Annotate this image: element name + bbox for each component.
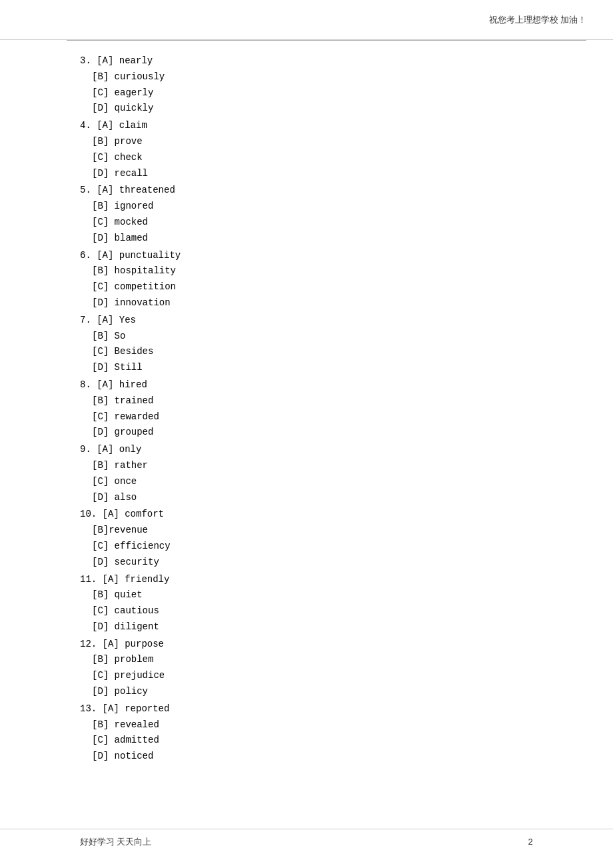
- option-line: [D] blamed: [80, 231, 560, 247]
- option-line: [C] efficiency: [80, 539, 560, 555]
- option-line: [C] eagerly: [80, 85, 560, 101]
- option-line: [B] problem: [80, 652, 560, 668]
- question-number-7: 7. [A] Yes: [80, 313, 560, 329]
- option-line: [C] competition: [80, 279, 560, 295]
- option-line: [B] hospitality: [80, 263, 560, 279]
- option-line: [B] rather: [80, 458, 560, 474]
- question-5: 5. [A] threatened[B] ignored[C] mocked[D…: [80, 183, 560, 246]
- option-line: [B] prove: [80, 134, 560, 150]
- header-text: 祝您考上理想学校 加油！: [489, 14, 586, 26]
- question-number-11: 11. [A] friendly: [80, 572, 560, 588]
- footer: 好好学习 天天向上 2: [0, 829, 613, 848]
- top-divider: [67, 40, 586, 41]
- footer-page-number: 2: [528, 837, 533, 847]
- option-line: [B] revealed: [80, 717, 560, 733]
- option-line: [B] curiously: [80, 69, 560, 85]
- question-12: 12. [A] purpose[B] problem[C] prejudice[…: [80, 637, 560, 700]
- question-7: 7. [A] Yes[B] So[C] Besides[D] Still: [80, 313, 560, 376]
- question-number-5: 5. [A] threatened: [80, 183, 560, 199]
- option-line: [D] noticed: [80, 749, 560, 765]
- question-13: 13. [A] reported[B] revealed[C] admitted…: [80, 701, 560, 765]
- option-line: [C] admitted: [80, 733, 560, 749]
- question-number-9: 9. [A] only: [80, 442, 560, 458]
- option-line: [B] So: [80, 329, 560, 345]
- question-4: 4. [A] claim[B] prove[C] check[D] recall: [80, 118, 560, 181]
- question-number-4: 4. [A] claim: [80, 118, 560, 134]
- option-line: [B] ignored: [80, 199, 560, 215]
- option-line: [C] once: [80, 474, 560, 490]
- option-line: [D] Still: [80, 360, 560, 376]
- question-10: 10. [A] comfort[B]revenue[C] efficiency[…: [80, 507, 560, 570]
- question-11: 11. [A] friendly[B] quiet[C] cautious[D]…: [80, 572, 560, 635]
- option-line: [B]revenue: [80, 523, 560, 539]
- option-line: [D] also: [80, 490, 560, 506]
- option-line: [C] prejudice: [80, 668, 560, 684]
- option-line: [B] trained: [80, 393, 560, 409]
- footer-left: 好好学习 天天向上: [80, 836, 151, 848]
- question-number-6: 6. [A] punctuality: [80, 248, 560, 264]
- question-6: 6. [A] punctuality[B] hospitality[C] com…: [80, 248, 560, 311]
- question-number-13: 13. [A] reported: [80, 701, 560, 717]
- question-number-12: 12. [A] purpose: [80, 637, 560, 653]
- option-line: [D] diligent: [80, 619, 560, 635]
- option-line: [D] quickly: [80, 101, 560, 117]
- option-line: [C] check: [80, 150, 560, 166]
- question-number-8: 8. [A] hired: [80, 377, 560, 393]
- option-line: [C] cautious: [80, 603, 560, 619]
- option-line: [D] recall: [80, 166, 560, 182]
- option-line: [D] security: [80, 555, 560, 571]
- question-8: 8. [A] hired[B] trained[C] rewarded[D] g…: [80, 377, 560, 441]
- question-3: 3. [A] nearly[B] curiously[C] eagerly[D]…: [80, 53, 560, 117]
- content-area: 3. [A] nearly[B] curiously[C] eagerly[D]…: [80, 53, 560, 815]
- option-line: [C] rewarded: [80, 409, 560, 425]
- option-line: [D] innovation: [80, 295, 560, 311]
- question-number-3: 3. [A] nearly: [80, 53, 560, 69]
- header: 祝您考上理想学校 加油！: [0, 0, 613, 40]
- question-9: 9. [A] only[B] rather[C] once[D] also: [80, 442, 560, 505]
- option-line: [C] Besides: [80, 344, 560, 360]
- option-line: [B] quiet: [80, 587, 560, 603]
- option-line: [D] grouped: [80, 425, 560, 441]
- question-number-10: 10. [A] comfort: [80, 507, 560, 523]
- option-line: [D] policy: [80, 684, 560, 700]
- option-line: [C] mocked: [80, 215, 560, 231]
